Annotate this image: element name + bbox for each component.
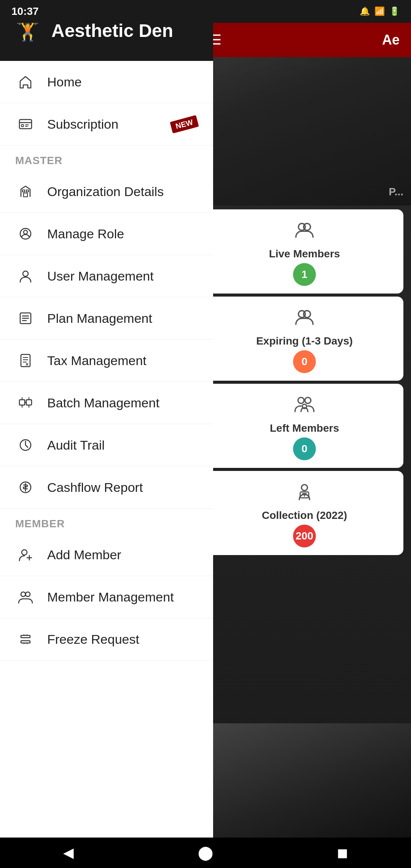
svg-rect-27	[21, 641, 30, 643]
svg-rect-9	[19, 120, 32, 129]
freeze-request-label: Freeze Request	[47, 632, 139, 647]
status-bar: 10:37 🔔 📶 🔋	[0, 0, 411, 23]
organization-icon	[15, 181, 36, 202]
stat-card-live-members[interactable]: Live Members 1	[206, 209, 403, 294]
home-icon	[15, 72, 36, 92]
expiring-icon	[294, 307, 315, 332]
expiring-count: 0	[293, 350, 316, 373]
svg-rect-18	[21, 354, 30, 367]
svg-rect-13	[26, 190, 29, 192]
collection-icon	[294, 482, 315, 506]
plan-management-label: Plan Management	[47, 311, 152, 326]
add-member-icon	[15, 544, 36, 565]
live-members-icon	[294, 220, 315, 245]
svg-rect-19	[19, 400, 25, 405]
left-members-icon	[294, 394, 315, 419]
sidebar-item-organization-details[interactable]: Organization Details	[0, 171, 213, 213]
svg-point-7	[301, 485, 307, 491]
recent-button[interactable]: ◼	[323, 841, 362, 864]
svg-rect-12	[22, 190, 25, 192]
left-members-label: Left Members	[270, 422, 339, 434]
svg-rect-20	[26, 400, 32, 405]
drawer-body: Home Subscription NEW Master	[0, 61, 213, 868]
status-time: 10:37	[11, 5, 39, 18]
signal-icon: 📶	[374, 6, 385, 16]
hero-image-bottom	[198, 723, 411, 838]
sidebar-item-user-management[interactable]: User Management	[0, 255, 213, 297]
user-management-label: User Management	[47, 269, 154, 284]
stat-card-left-members[interactable]: Left Members 0	[206, 384, 403, 468]
app-bar: ☰ Ae	[198, 23, 411, 57]
sidebar-item-member-management[interactable]: Member Management	[0, 576, 213, 618]
sidebar-item-plan-management[interactable]: Plan Management	[0, 297, 213, 340]
hero-label: P...	[389, 186, 403, 198]
svg-point-3	[304, 311, 311, 318]
sidebar-item-tax-management[interactable]: Tax Management	[0, 340, 213, 382]
live-members-count: 1	[293, 263, 316, 286]
stats-area: Live Members 1 Expiring (1-3 Days) 0	[198, 206, 411, 559]
left-members-count: 0	[293, 437, 316, 460]
svg-point-4	[298, 397, 304, 404]
notification-icon: 🔔	[360, 6, 370, 16]
app-title-short: Ae	[382, 32, 400, 48]
battery-icon: 🔋	[389, 6, 400, 16]
member-management-icon	[15, 587, 36, 607]
add-member-label: Add Member	[47, 547, 121, 562]
collection-count: 200	[293, 525, 316, 547]
svg-point-10	[21, 124, 24, 127]
sidebar-item-batch-management[interactable]: Batch Management	[0, 382, 213, 424]
drawer-header-title: Aesthetic Den	[51, 20, 173, 41]
organization-label: Organization Details	[47, 184, 164, 199]
cashflow-report-label: Cashflow Report	[47, 480, 143, 495]
home-button[interactable]: ⬤	[186, 841, 225, 864]
sidebar-item-subscription[interactable]: Subscription NEW	[0, 103, 213, 145]
live-members-label: Live Members	[269, 248, 340, 260]
home-label: Home	[47, 75, 82, 89]
drawer: 🏋️ Aesthetic Den Home Subsc	[0, 0, 213, 868]
svg-point-23	[22, 550, 27, 555]
freeze-request-icon	[15, 629, 36, 649]
stat-card-collection[interactable]: Collection (2022) 200	[206, 471, 403, 555]
audit-trail-label: Audit Trail	[47, 438, 105, 453]
back-button[interactable]: ◀	[49, 841, 88, 864]
batch-management-icon	[15, 393, 36, 413]
sidebar-item-cashflow-report[interactable]: Cashflow Report	[0, 466, 213, 509]
svg-point-5	[305, 397, 311, 404]
section-master: Master	[0, 145, 213, 171]
sidebar-item-add-member[interactable]: Add Member	[0, 534, 213, 576]
manage-role-label: Manage Role	[47, 227, 124, 241]
manage-role-icon	[15, 223, 36, 244]
sidebar-item-freeze-request[interactable]: Freeze Request	[0, 618, 213, 661]
cashflow-report-icon	[15, 477, 36, 498]
sidebar-item-audit-trail[interactable]: Audit Trail	[0, 424, 213, 466]
expiring-label: Expiring (1-3 Days)	[256, 335, 353, 347]
tax-management-label: Tax Management	[47, 353, 147, 368]
sidebar-item-manage-role[interactable]: Manage Role	[0, 213, 213, 255]
plan-management-icon	[15, 308, 36, 329]
svg-point-24	[21, 592, 25, 597]
subscription-label: Subscription	[47, 117, 118, 132]
svg-point-25	[25, 592, 30, 597]
member-management-label: Member Management	[47, 590, 174, 605]
svg-point-16	[23, 271, 28, 276]
collection-label: Collection (2022)	[262, 509, 347, 522]
audit-trail-icon	[15, 435, 36, 455]
new-badge: NEW	[170, 115, 199, 133]
stat-card-expiring[interactable]: Expiring (1-3 Days) 0	[206, 297, 403, 381]
subscription-icon	[15, 114, 36, 134]
tax-management-icon	[15, 350, 36, 371]
svg-point-15	[24, 230, 27, 234]
batch-management-label: Batch Management	[47, 396, 159, 410]
svg-rect-26	[21, 635, 30, 638]
svg-point-1	[304, 223, 311, 230]
svg-rect-11	[24, 193, 27, 197]
user-management-icon	[15, 266, 36, 286]
status-icons: 🔔 📶 🔋	[360, 6, 400, 16]
sidebar-item-home[interactable]: Home	[0, 61, 213, 103]
navigation-bar: ◀ ⬤ ◼	[0, 838, 411, 868]
section-member: Member	[0, 509, 213, 534]
